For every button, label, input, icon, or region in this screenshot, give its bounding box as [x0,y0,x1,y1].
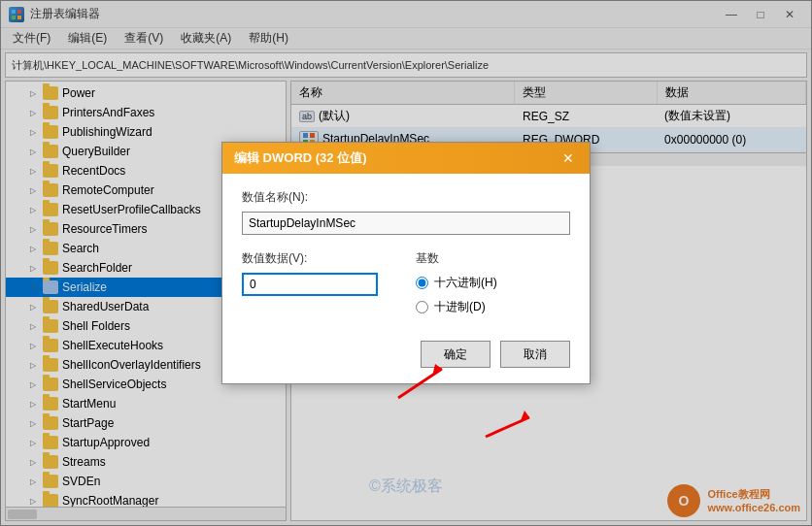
value-input[interactable] [242,273,378,296]
base-section: 基数 十六进制(H) 十进制(D) [416,250,570,315]
radio-dec-label: 十进制(D) [434,299,486,315]
edit-dword-dialog: 编辑 DWORD (32 位值) ✕ 数值名称(N): 数值数据(V): 基数 … [221,142,591,384]
dialog-footer: 确定 取消 [222,331,590,383]
value-label: 数值数据(V): [242,250,396,267]
radio-hex-input[interactable] [416,277,428,289]
dialog-title-bar: 编辑 DWORD (32 位值) ✕ [222,143,590,174]
value-section: 数值数据(V): [242,250,396,315]
radio-group: 十六进制(H) 十进制(D) [416,275,570,315]
base-label: 基数 [416,250,570,267]
dialog-title-text: 编辑 DWORD (32 位值) [234,149,367,167]
name-input[interactable] [242,212,570,235]
radio-dec[interactable]: 十进制(D) [416,299,570,315]
dialog-row: 数值数据(V): 基数 十六进制(H) 十进制(D) [242,250,570,315]
radio-hex-label: 十六进制(H) [434,275,497,291]
dialog-close-button[interactable]: ✕ [558,148,578,168]
cancel-button[interactable]: 取消 [500,341,570,368]
dialog-body: 数值名称(N): 数值数据(V): 基数 十六进制(H) [222,174,590,331]
ok-button[interactable]: 确定 [421,341,491,368]
radio-dec-input[interactable] [416,301,428,313]
radio-hex[interactable]: 十六进制(H) [416,275,570,291]
name-label: 数值名称(N): [242,189,570,206]
modal-overlay: 编辑 DWORD (32 位值) ✕ 数值名称(N): 数值数据(V): 基数 … [0,0,812,526]
